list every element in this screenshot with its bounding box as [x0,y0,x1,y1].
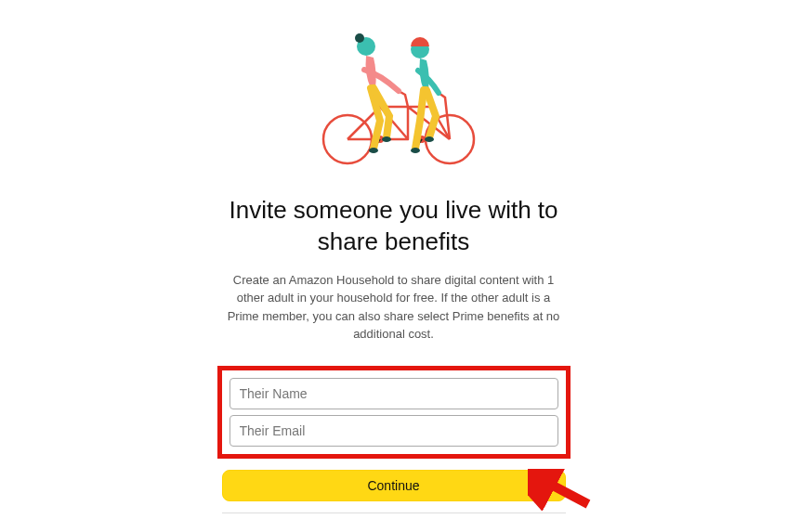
their-name-input[interactable] [230,378,558,409]
divider-line [222,513,566,513]
their-email-input[interactable] [230,415,558,447]
svg-point-9 [355,33,364,43]
tandem-bicycle-illustration [301,19,487,167]
svg-point-11 [369,148,378,153]
invite-form-container: Invite someone you live with to share be… [199,19,589,513]
input-highlight-box [217,366,571,459]
svg-point-13 [411,148,420,153]
continue-button[interactable]: Continue [222,470,566,501]
page-heading: Invite someone you live with to share be… [199,195,589,258]
page-description: Create an Amazon Household to share digi… [199,271,589,344]
svg-point-14 [425,136,434,142]
svg-point-12 [382,136,391,142]
